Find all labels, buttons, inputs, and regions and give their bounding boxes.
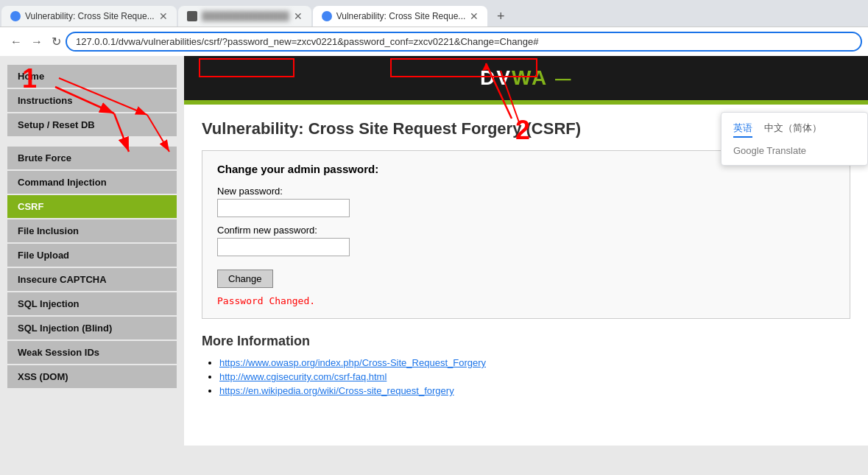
confirm-password-group: Confirm new password: xyxy=(217,225,835,256)
more-info-title: More Information xyxy=(202,334,850,349)
tab-bar: Vulnerability: Cross Site Reque... ✕ ███… xyxy=(0,0,868,27)
change-button[interactable]: Change xyxy=(217,270,273,288)
annotation-2: 2 xyxy=(515,115,530,146)
sidebar-item-brute-force[interactable]: Brute Force xyxy=(7,147,177,169)
translate-chinese[interactable]: 中文（简体） xyxy=(764,122,822,138)
browser-chrome: Vulnerability: Cross Site Reque... ✕ ███… xyxy=(0,0,868,56)
link-item-3: https://en.wikipedia.org/wiki/Cross-site… xyxy=(219,384,850,396)
tab-3-title: Vulnerability: Cross Site Reque... xyxy=(336,11,466,21)
tab-1-title: Vulnerability: Cross Site Reque... xyxy=(25,11,155,21)
tab-3-favicon xyxy=(322,11,332,21)
logo-wa: WA xyxy=(512,66,547,89)
dvwa-header: DVWA ⸻ xyxy=(184,56,868,100)
sidebar-item-file-inclusion[interactable]: File Inclusion xyxy=(7,219,177,242)
sidebar-item-csrf[interactable]: CSRF xyxy=(7,195,177,218)
sidebar-item-insecure-captcha[interactable]: Insecure CAPTCHA xyxy=(7,268,177,291)
translate-english[interactable]: 英语 xyxy=(733,122,752,138)
sidebar-item-file-upload[interactable]: File Upload xyxy=(7,244,177,267)
tab-3-close[interactable]: ✕ xyxy=(470,10,479,22)
confirm-password-input[interactable] xyxy=(217,238,350,256)
tab-1-close[interactable]: ✕ xyxy=(159,10,168,22)
new-tab-button[interactable]: + xyxy=(490,6,511,27)
sidebar-item-sql-injection[interactable]: SQL Injection xyxy=(7,292,177,315)
tab-2-favicon xyxy=(187,11,197,21)
tab-2[interactable]: ██████████████ ✕ xyxy=(178,6,311,27)
address-input[interactable] xyxy=(66,32,862,52)
sidebar-item-command-injection[interactable]: Command Injection xyxy=(7,171,177,194)
address-bar-row: ← → ↻ xyxy=(0,27,868,56)
link-item-1: https://www.owasp.org/index.php/Cross-Si… xyxy=(219,356,850,368)
new-password-group: New password: xyxy=(217,186,835,217)
tab-2-title: ██████████████ xyxy=(202,11,289,21)
back-button[interactable]: ← xyxy=(6,32,27,52)
logo-dv: DV xyxy=(480,66,512,89)
sidebar-item-xss-dom[interactable]: XSS (DOM) xyxy=(7,365,177,388)
tab-2-close[interactable]: ✕ xyxy=(294,10,303,22)
annotation-1: 1 xyxy=(22,63,37,94)
sidebar-item-setup[interactable]: Setup / Reset DB xyxy=(7,113,177,136)
form-box: Change your admin password: New password… xyxy=(202,150,850,319)
link-1[interactable]: https://www.owasp.org/index.php/Cross-Si… xyxy=(219,357,486,368)
forward-button[interactable]: → xyxy=(27,32,47,52)
translate-brand: Google Translate xyxy=(733,145,855,156)
link-3[interactable]: https://en.wikipedia.org/wiki/Cross-site… xyxy=(219,385,454,396)
refresh-button[interactable]: ↻ xyxy=(47,32,66,52)
link-2[interactable]: http://www.cgisecurity.com/csrf-faq.html xyxy=(219,371,387,382)
tab-3[interactable]: Vulnerability: Cross Site Reque... ✕ xyxy=(313,6,488,27)
logo-swirl: ⸻ xyxy=(554,70,572,88)
confirm-password-label: Confirm new password: xyxy=(217,225,835,236)
dvwa-logo: DVWA ⸻ xyxy=(194,66,858,90)
sidebar-item-weak-session[interactable]: Weak Session IDs xyxy=(7,341,177,364)
tab-1[interactable]: Vulnerability: Cross Site Reque... ✕ xyxy=(1,6,177,27)
tab-1-favicon xyxy=(10,11,21,21)
translate-options: 英语 中文（简体） xyxy=(733,122,855,138)
more-info-links: https://www.owasp.org/index.php/Cross-Si… xyxy=(202,356,850,396)
translate-popup: 英语 中文（简体） Google Translate xyxy=(721,112,868,166)
sidebar-item-sql-injection-blind[interactable]: SQL Injection (Blind) xyxy=(7,317,177,339)
sidebar: Home Instructions Setup / Reset DB Brute… xyxy=(0,56,184,446)
success-message: Password Changed. xyxy=(217,295,835,306)
new-password-input[interactable] xyxy=(217,199,350,217)
new-password-label: New password: xyxy=(217,186,835,197)
sidebar-divider xyxy=(0,138,184,145)
links-list: https://www.owasp.org/index.php/Cross-Si… xyxy=(202,356,850,396)
link-item-2: http://www.cgisecurity.com/csrf-faq.html xyxy=(219,370,850,382)
